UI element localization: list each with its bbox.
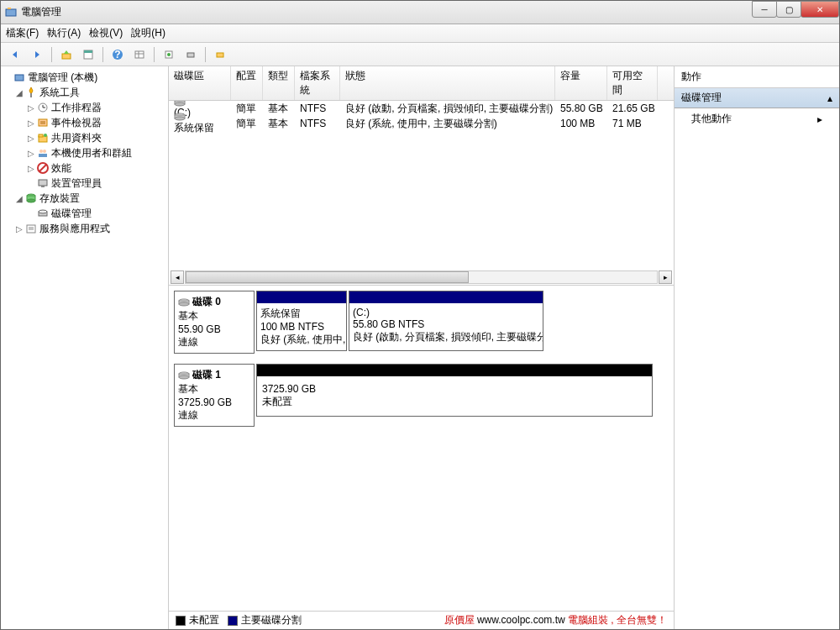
col-fs[interactable]: 檔案系統 (295, 66, 340, 100)
window-title: 電腦管理 (21, 5, 836, 19)
back-button[interactable] (6, 45, 24, 64)
svg-rect-31 (41, 186, 45, 187)
svg-rect-12 (187, 53, 194, 57)
rescan-button[interactable] (181, 45, 200, 64)
action-group-diskmgmt[interactable]: 磁碟管理 ▴ (675, 88, 839, 108)
app-icon (4, 6, 18, 19)
disk-info[interactable]: 磁碟 1基本3725.90 GB連線 (174, 364, 255, 427)
close-button[interactable]: ✕ (801, 1, 839, 18)
titlebar: 電腦管理 ─ ▢ ✕ (1, 1, 839, 24)
scroll-left-button[interactable]: ◂ (171, 270, 184, 284)
svg-point-36 (39, 210, 47, 213)
menubar: 檔案(F) 執行(A) 檢視(V) 說明(H) (1, 24, 839, 43)
svg-point-51 (179, 375, 189, 379)
legend-unallocated: 未配置 (189, 613, 219, 627)
svg-rect-7 (135, 51, 144, 58)
svg-line-29 (39, 165, 46, 171)
svg-point-48 (179, 302, 189, 306)
tree-scheduler[interactable]: ▷工作排程器 (3, 100, 166, 115)
legend-swatch-unallocated (176, 616, 186, 626)
disk-info[interactable]: 磁碟 0基本55.90 GB連線 (174, 291, 255, 354)
properties-button[interactable] (79, 45, 97, 64)
partition[interactable]: (C:)55.80 GB NTFS良好 (啟動, 分頁檔案, 損毀傾印, 主要磁… (349, 291, 543, 351)
settings-button[interactable] (211, 45, 229, 64)
volume-list[interactable]: (C:)簡單基本NTFS良好 (啟動, 分頁檔案, 損毀傾印, 主要磁碟分割)5… (169, 101, 674, 270)
svg-point-11 (167, 53, 171, 56)
col-volume[interactable]: 磁碟區 (169, 66, 231, 100)
svg-rect-4 (84, 50, 92, 53)
menu-help[interactable]: 說明(H) (131, 26, 165, 40)
minimize-button[interactable]: ─ (752, 1, 777, 18)
legend-swatch-primary (228, 616, 238, 626)
svg-point-42 (175, 102, 185, 106)
col-status[interactable]: 狀態 (340, 66, 555, 100)
scroll-right-button[interactable]: ▸ (659, 270, 672, 284)
legend-bar: 未配置 主要磁碟分割 原價屋 www.coolpc.com.tw 電腦組裝 , … (169, 611, 674, 629)
tree-perf[interactable]: ▷效能 (3, 160, 166, 176)
col-free[interactable]: 可用空間 (607, 66, 658, 100)
svg-point-34 (27, 199, 35, 202)
svg-rect-14 (15, 75, 24, 81)
svg-rect-0 (6, 9, 16, 16)
tree-shared[interactable]: ▷共用資料夾 (3, 130, 166, 145)
svg-rect-30 (39, 180, 47, 186)
tree-users[interactable]: ▷本機使用者和群組 (3, 145, 166, 160)
menu-action[interactable]: 執行(A) (47, 26, 81, 40)
disk-row[interactable]: 磁碟 1基本3725.90 GB連線3725.90 GB未配置 (174, 364, 669, 427)
volume-list-header[interactable]: 磁碟區 配置 類型 檔案系統 狀態 容量 可用空間 (169, 66, 674, 101)
tree-diskmgmt[interactable]: 磁碟管理 (3, 206, 166, 221)
tree-devmgr[interactable]: 裝置管理員 (3, 176, 166, 191)
toolbar: ? (1, 43, 839, 66)
svg-point-25 (39, 150, 43, 153)
view-button[interactable] (130, 45, 149, 64)
legend-primary: 主要磁碟分割 (241, 613, 302, 627)
svg-rect-1 (8, 8, 11, 9)
svg-point-26 (43, 150, 46, 153)
volume-row[interactable]: 系統保留簡單基本NTFS良好 (系統, 使用中, 主要磁碟分割)100 MB71… (169, 116, 674, 131)
menu-view[interactable]: 檢視(V) (89, 26, 123, 40)
help-button[interactable]: ? (108, 45, 127, 64)
partition[interactable]: 系統保留100 MB NTFS良好 (系統, 使用中, 主要磁碟分割) (256, 291, 347, 351)
up-button[interactable] (57, 45, 76, 64)
footer-ad: 原價屋 www.coolpc.com.tw 電腦組裝 , 全台無雙！ (444, 613, 667, 627)
action-more[interactable]: 其他動作 ▸ (675, 108, 839, 129)
refresh-button[interactable] (160, 45, 178, 64)
tree-root[interactable]: 電腦管理 (本機) (3, 70, 166, 85)
col-type[interactable]: 類型 (263, 66, 295, 100)
disk-row[interactable]: 磁碟 0基本55.90 GB連線系統保留100 MB NTFS良好 (系統, 使… (174, 291, 669, 354)
svg-text:?: ? (114, 49, 120, 60)
svg-point-45 (175, 117, 185, 120)
svg-rect-15 (30, 93, 32, 97)
tree-pane[interactable]: 電腦管理 (本機) ◢系統工具 ▷工作排程器 ▷事件檢視器 ▷共用資料夾 ▷本機… (1, 66, 169, 629)
chevron-right-icon: ▸ (817, 113, 822, 125)
svg-rect-2 (62, 54, 71, 59)
collapse-icon: ▴ (827, 92, 832, 104)
maximize-button[interactable]: ▢ (776, 1, 801, 18)
tree-eventviewer[interactable]: ▷事件檢視器 (3, 115, 166, 130)
tree-services[interactable]: ▷服務與應用程式 (3, 221, 166, 236)
svg-rect-27 (39, 154, 47, 157)
forward-button[interactable] (28, 45, 46, 64)
col-capacity[interactable]: 容量 (555, 66, 607, 100)
tree-storage[interactable]: ◢存放裝置 (3, 191, 166, 206)
hscrollbar[interactable]: ◂ ▸ (169, 270, 674, 285)
svg-rect-13 (217, 53, 223, 57)
col-layout[interactable]: 配置 (231, 66, 263, 100)
tree-systools[interactable]: ◢系統工具 (3, 85, 166, 100)
menu-file[interactable]: 檔案(F) (6, 26, 39, 40)
svg-rect-23 (39, 134, 43, 137)
volume-row[interactable]: (C:)簡單基本NTFS良好 (啟動, 分頁檔案, 損毀傾印, 主要磁碟分割)5… (169, 101, 674, 116)
svg-rect-19 (39, 119, 47, 126)
center-pane: 磁碟區 配置 類型 檔案系統 狀態 容量 可用空間 (C:)簡單基本NTFS良好… (169, 66, 675, 629)
action-title: 動作 (675, 66, 839, 88)
partition[interactable]: 3725.90 GB未配置 (257, 376, 652, 416)
disk-layout-area[interactable]: 磁碟 0基本55.90 GB連線系統保留100 MB NTFS良好 (系統, 使… (169, 285, 674, 611)
svg-point-24 (44, 134, 47, 137)
action-pane: 動作 磁碟管理 ▴ 其他動作 ▸ (675, 66, 839, 629)
